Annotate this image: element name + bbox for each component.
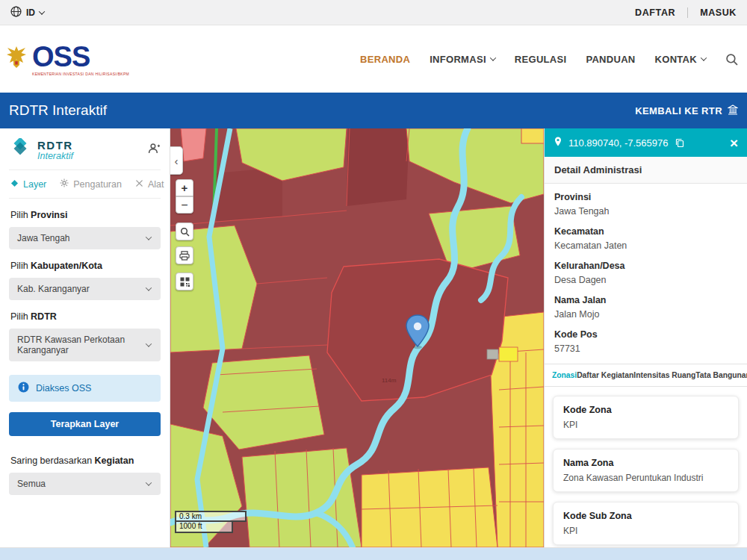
scale-ft: 1000 ft [175, 522, 233, 533]
add-user-icon[interactable] [147, 143, 161, 157]
nav-panduan[interactable]: PANDUAN [586, 54, 635, 65]
info-icon [18, 382, 29, 395]
divider [687, 7, 688, 18]
chevron-down-icon [146, 340, 152, 346]
zoom-in-button[interactable]: + [176, 179, 193, 196]
tab-daftar-kegiatan[interactable]: Daftar Kegiatan [577, 371, 633, 379]
field-jalan: Nama Jalan Jalan Mojo [554, 295, 737, 320]
magnifier-icon [180, 227, 190, 237]
nav-beranda[interactable]: BERANDA [360, 54, 410, 65]
chevron-down-icon [701, 55, 707, 60]
auth-links: DAFTAR MASUK [635, 7, 737, 18]
main-header: OSS KEMENTERIAN INVESTASI DAN HILIRISASI… [0, 25, 747, 93]
nav-informasi[interactable]: INFORMASI [430, 54, 495, 65]
admin-fields: Provinsi Jawa Tengah Kecamatan Kecamatan… [545, 184, 747, 364]
tab-alat[interactable]: Alat [135, 179, 164, 190]
field-kelurahan: Kelurahan/Desa Desa Dagen [554, 261, 737, 285]
province-select[interactable]: Jawa Tengah [9, 227, 161, 249]
map-basemap-button[interactable] [176, 273, 193, 290]
tab-intensitas-ruang[interactable]: Intensitas Ruang [633, 371, 695, 379]
map-scalebar: 0.3 km 1000 ft [175, 511, 247, 533]
detail-panel: 110.890740, -7.565976 × Detail Administr… [544, 128, 747, 547]
tab-zonasi[interactable]: Zonasi [552, 371, 577, 379]
main-area: RDTR Interaktif Layer Pengaturan Alat [0, 128, 747, 547]
scale-km: 0.3 km [175, 511, 247, 522]
zona-tabs: Zonasi Daftar Kegiatan Intensitas Ruang … [545, 364, 747, 387]
map-area-label: 114m [382, 377, 397, 384]
qr-grid-icon [180, 277, 190, 287]
card-nama-zona: Nama Zona Zona Kawasan Peruntukan Indust… [553, 449, 739, 492]
map-search-button[interactable] [176, 223, 193, 240]
zona-cards: Kode Zona KPI Nama Zona Zona Kawasan Per… [545, 387, 747, 547]
gear-icon [60, 178, 69, 190]
oss-wordmark: OSS KEMENTERIAN INVESTASI DAN HILIRISASI… [32, 43, 129, 76]
rdtr-brand-text: RDTR Interaktif [37, 139, 73, 161]
close-icon[interactable]: × [730, 136, 738, 150]
section-title: Detail Administrasi [545, 157, 747, 184]
back-to-rtr-button[interactable]: KEMBALI KE RTR [635, 105, 738, 117]
sidebar-brand-row: RDTR Interaktif [9, 128, 161, 170]
nav-kontak[interactable]: KONTAK [655, 54, 706, 65]
pin-icon [554, 136, 562, 150]
main-nav: BERANDA INFORMASI REGULASI PANDUAN KONTA… [360, 53, 738, 66]
tab-tata-bangunan[interactable]: Tata Bangunan [695, 371, 747, 379]
diakses-oss-button[interactable]: Diakses OSS [9, 375, 161, 402]
oss-text: OSS [32, 43, 129, 71]
chevron-down-icon [146, 284, 152, 290]
login-link[interactable]: MASUK [700, 7, 737, 18]
kegiatan-filter-select[interactable]: Semua [9, 473, 161, 495]
register-link[interactable]: DAFTAR [635, 7, 675, 18]
coordinates-text: 110.890740, -7.565976 [568, 137, 724, 149]
map-print-button[interactable] [176, 246, 193, 264]
card-kode-zona: Kode Zona KPI [553, 396, 739, 439]
layer-sidebar: RDTR Interaktif Layer Pengaturan Alat [0, 128, 170, 547]
globe-icon [10, 6, 22, 19]
page-title: RDTR Interaktif [9, 102, 107, 119]
coordinates-header: 110.890740, -7.565976 × [545, 128, 747, 157]
terapkan-layer-button[interactable]: Terapkan Layer [9, 412, 161, 436]
search-icon[interactable] [725, 53, 738, 66]
garuda-emblem-icon [6, 45, 27, 73]
page-title-bar: RDTR Interaktif KEMBALI KE RTR [0, 93, 747, 128]
rdtr-label: Pilih RDTR [10, 311, 159, 322]
rdtr-select[interactable]: RDTR Kawasan Perkotaan Karanganyar [9, 329, 161, 361]
sidebar-collapse-button[interactable]: ‹ [170, 146, 183, 175]
sidebar-tabs: Layer Pengaturan Alat [9, 170, 161, 199]
field-provinsi: Provinsi Jawa Tengah [554, 192, 737, 217]
map[interactable]: 114m ‹ + − 0.3 km 1000 ft [170, 128, 544, 547]
chevron-down-icon [146, 234, 152, 240]
building-icon [728, 105, 738, 117]
tab-layer[interactable]: Layer [10, 179, 46, 190]
chevron-down-icon [490, 55, 496, 60]
language-selector[interactable]: ID [10, 6, 44, 19]
copy-icon[interactable] [675, 138, 684, 147]
chevron-down-icon [39, 8, 45, 14]
regency-label: Pilih Kabupaten/Kota [10, 261, 159, 271]
footer-strip [0, 547, 747, 560]
map-canvas[interactable]: 114m [170, 128, 544, 547]
chevron-down-icon [146, 479, 152, 485]
layer-diamond-icon [10, 179, 19, 190]
nav-regulasi[interactable]: REGULASI [515, 54, 567, 65]
rdtr-brand: RDTR Interaktif [9, 138, 73, 161]
oss-logo[interactable]: OSS KEMENTERIAN INVESTASI DAN HILIRISASI… [6, 43, 129, 76]
rdtr-diamond-icon [9, 138, 31, 161]
field-kodepos: Kode Pos 57731 [554, 329, 737, 354]
card-kode-sub-zona: Kode Sub Zona KPI [553, 502, 739, 545]
regency-select[interactable]: Kab. Karanganyar [9, 278, 161, 300]
province-label: Pilih Provinsi [10, 210, 159, 220]
tools-icon [135, 179, 143, 190]
language-label: ID [26, 7, 35, 18]
oss-subtext: KEMENTERIAN INVESTASI DAN HILIRISASI/BKP… [32, 72, 129, 76]
filter-label: Saring berdasarkan Kegiatan [10, 455, 159, 466]
zoom-out-button[interactable]: − [176, 196, 193, 214]
utility-bar: ID DAFTAR MASUK [0, 0, 747, 25]
tab-pengaturan[interactable]: Pengaturan [60, 178, 122, 190]
field-kecamatan: Kecamatan Kecamatan Jaten [554, 226, 737, 251]
printer-icon [179, 251, 190, 261]
